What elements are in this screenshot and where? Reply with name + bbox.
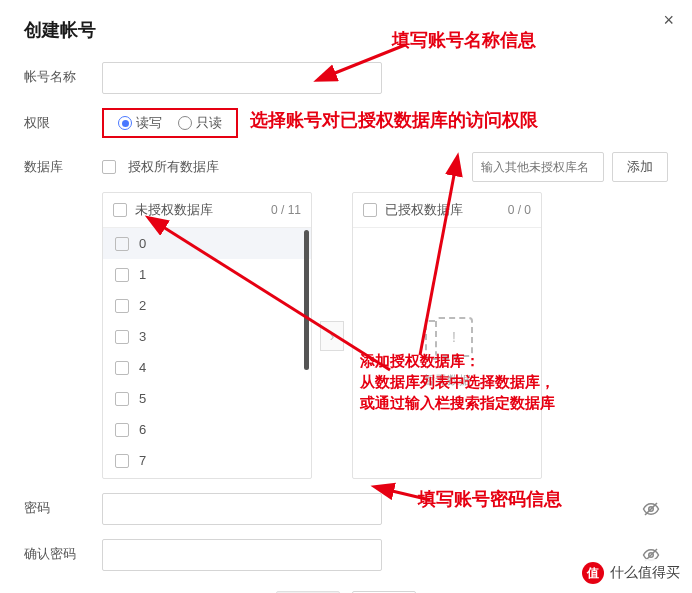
empty-state: ! 暂无数据 xyxy=(353,228,541,478)
permission-row: 权限 读写 只读 xyxy=(24,108,668,138)
confirm-password-row: 确认密码 xyxy=(24,539,668,571)
item-checkbox[interactable] xyxy=(115,454,129,468)
modal-title: 创建帐号 xyxy=(24,18,668,42)
authorize-all-label: 授权所有数据库 xyxy=(128,158,219,176)
select-all-auth-checkbox[interactable] xyxy=(363,203,377,217)
confirm-password-label: 确认密码 xyxy=(24,539,102,563)
db-search-input[interactable] xyxy=(472,152,604,182)
unauthorized-title: 未授权数据库 xyxy=(135,201,213,219)
watermark-badge: 值 xyxy=(582,562,604,584)
radio-readonly-label: 只读 xyxy=(196,114,222,132)
empty-text: 暂无数据 xyxy=(423,372,471,389)
radio-icon xyxy=(118,116,132,130)
radio-readonly[interactable]: 只读 xyxy=(178,114,222,132)
item-label: 2 xyxy=(139,298,146,313)
empty-icon: ! xyxy=(417,317,477,362)
scrollbar[interactable] xyxy=(304,230,309,370)
authorized-count: 0 / 0 xyxy=(508,203,531,217)
list-item[interactable]: 1 xyxy=(103,259,311,290)
watermark: 值 什么值得买 xyxy=(576,559,686,587)
item-label: 6 xyxy=(139,422,146,437)
item-label: 4 xyxy=(139,360,146,375)
account-name-input[interactable] xyxy=(102,62,382,94)
authorized-header: 已授权数据库 0 / 0 xyxy=(353,193,541,228)
account-name-label: 帐号名称 xyxy=(24,62,102,86)
close-icon[interactable]: × xyxy=(663,10,674,31)
list-item[interactable]: 3 xyxy=(103,321,311,352)
item-label: 3 xyxy=(139,329,146,344)
db-top-bar: 授权所有数据库 添加 xyxy=(102,152,668,182)
radio-readwrite[interactable]: 读写 xyxy=(118,114,162,132)
account-name-row: 帐号名称 xyxy=(24,62,668,94)
item-checkbox[interactable] xyxy=(115,392,129,406)
list-item[interactable]: 0 xyxy=(103,228,311,259)
permission-label: 权限 xyxy=(24,108,102,132)
create-account-modal: × 创建帐号 帐号名称 权限 读写 只读 数据库 授权所有数据库 xyxy=(0,0,692,593)
add-button[interactable]: 添加 xyxy=(612,152,668,182)
unauthorized-count: 0 / 11 xyxy=(271,203,301,217)
item-checkbox[interactable] xyxy=(115,361,129,375)
database-label: 数据库 xyxy=(24,152,102,176)
item-label: 0 xyxy=(139,236,146,251)
list-item[interactable]: 6 xyxy=(103,414,311,445)
radio-readwrite-label: 读写 xyxy=(136,114,162,132)
item-checkbox[interactable] xyxy=(115,268,129,282)
select-all-unauth-checkbox[interactable] xyxy=(113,203,127,217)
unauthorized-header: 未授权数据库 0 / 11 xyxy=(103,193,311,228)
authorized-list: ! 暂无数据 xyxy=(353,228,541,478)
password-label: 密码 xyxy=(24,493,102,517)
password-input[interactable] xyxy=(102,493,382,525)
item-checkbox[interactable] xyxy=(115,423,129,437)
authorized-title: 已授权数据库 xyxy=(385,201,463,219)
list-item[interactable]: 7 xyxy=(103,445,311,476)
authorize-all-checkbox[interactable] xyxy=(102,160,116,174)
list-item[interactable]: 2 xyxy=(103,290,311,321)
db-transfer: 未授权数据库 0 / 11 0 1 2 3 4 5 6 7 xyxy=(102,192,668,479)
eye-off-icon[interactable] xyxy=(642,500,660,522)
item-checkbox[interactable] xyxy=(115,237,129,251)
unauthorized-list[interactable]: 0 1 2 3 4 5 6 7 xyxy=(103,228,311,478)
item-checkbox[interactable] xyxy=(115,299,129,313)
authorized-panel: 已授权数据库 0 / 0 ! 暂无数据 xyxy=(352,192,542,479)
list-item[interactable]: 5 xyxy=(103,383,311,414)
confirm-password-input[interactable] xyxy=(102,539,382,571)
unauthorized-panel: 未授权数据库 0 / 11 0 1 2 3 4 5 6 7 xyxy=(102,192,312,479)
radio-icon xyxy=(178,116,192,130)
watermark-text: 什么值得买 xyxy=(610,564,680,582)
item-label: 5 xyxy=(139,391,146,406)
database-row: 数据库 授权所有数据库 添加 未授权数据库 0 / 11 xyxy=(24,152,668,479)
footer: 确定 取消 xyxy=(24,585,668,593)
item-label: 7 xyxy=(139,453,146,468)
item-checkbox[interactable] xyxy=(115,330,129,344)
transfer-right-button[interactable]: › xyxy=(320,321,344,351)
password-row: 密码 xyxy=(24,493,668,525)
item-label: 1 xyxy=(139,267,146,282)
permission-group: 读写 只读 xyxy=(102,108,238,138)
list-item[interactable]: 4 xyxy=(103,352,311,383)
